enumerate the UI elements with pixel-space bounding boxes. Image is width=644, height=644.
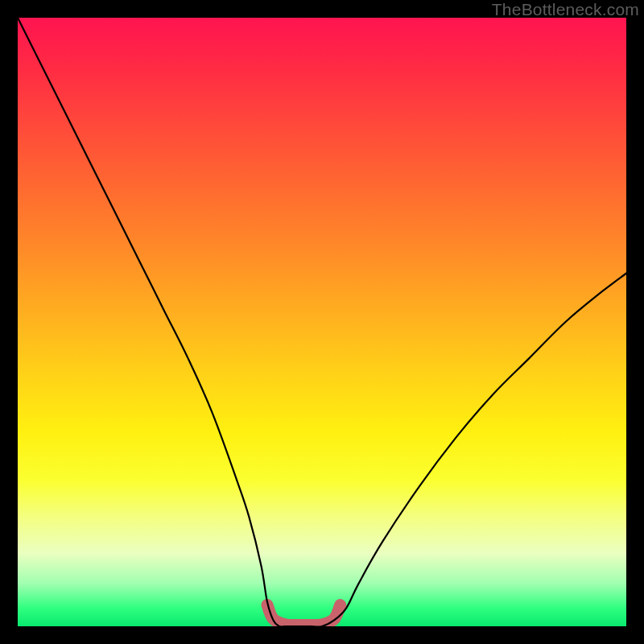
watermark-text: TheBottleneck.com (492, 0, 639, 19)
chart-frame: TheBottleneck.com (0, 0, 644, 644)
optimal-band (267, 605, 341, 625)
plot-area (18, 18, 626, 626)
bottleneck-curve (18, 18, 626, 626)
curve-layer (18, 18, 626, 626)
